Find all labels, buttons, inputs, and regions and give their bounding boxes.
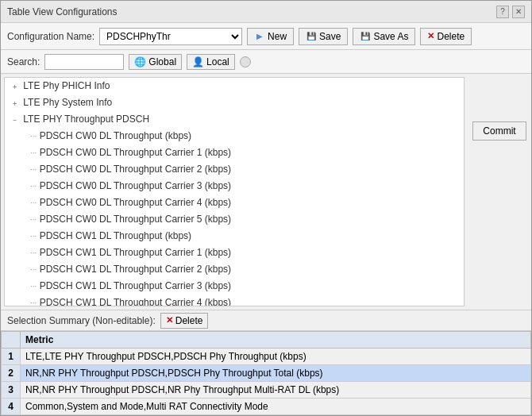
- metric-cell: LTE,LTE PHY Throughput PDSCH,PDSCH Phy T…: [21, 349, 531, 365]
- search-input[interactable]: [44, 54, 124, 70]
- tree-item[interactable]: ··· PDSCH CW0 DL Throughput (kbps): [5, 128, 464, 144]
- metric-cell: NR,NR PHY Throughput PDSCH,PDSCH Phy Thr…: [21, 365, 531, 382]
- tree-item[interactable]: ··· PDSCH CW0 DL Throughput Carrier 2 (k…: [5, 161, 464, 178]
- row-number: 4: [2, 399, 21, 415]
- col-header-num: [2, 332, 21, 349]
- tree-item[interactable]: ··· PDSCH CW1 DL Throughput Carrier 4 (k…: [5, 295, 464, 306]
- tree-item[interactable]: ＋ LTE Phy System Info: [5, 94, 464, 111]
- metrics-table: Metric 1LTE,LTE PHY Throughput PDSCH,PDS…: [1, 331, 531, 415]
- saveas-icon: 💾: [360, 31, 371, 42]
- tree-item[interactable]: － LTE PHY Throughput PDSCH: [5, 111, 464, 128]
- col-header-metric: Metric: [21, 332, 531, 349]
- table-row[interactable]: 1LTE,LTE PHY Throughput PDSCH,PDSCH Phy …: [2, 349, 531, 365]
- commit-button[interactable]: Commit: [472, 121, 526, 141]
- tree-item[interactable]: ··· PDSCH CW1 DL Throughput Carrier 2 (k…: [5, 261, 464, 278]
- content-area: ＋ LTE Phy PHICH Info ＋ LTE Phy System In…: [1, 74, 531, 310]
- title-controls: ? ✕: [496, 6, 525, 18]
- table-row[interactable]: 4Common,System and Mode,Multi RAT Connec…: [2, 399, 531, 415]
- delete-icon: ✕: [427, 31, 434, 41]
- tree-item[interactable]: ··· PDSCH CW1 DL Throughput Carrier 3 (k…: [5, 278, 464, 295]
- title-bar: Table View Configurations ? ✕: [1, 1, 531, 23]
- selection-summary-label: Selection Summary (Non-editable):: [7, 315, 156, 326]
- tree-panel[interactable]: ＋ LTE Phy PHICH Info ＋ LTE Phy System In…: [4, 77, 465, 306]
- tree-item[interactable]: ··· PDSCH CW0 DL Throughput Carrier 3 (k…: [5, 178, 464, 195]
- right-panel: Commit: [468, 74, 531, 310]
- bottom-section: Selection Summary (Non-editable): ✕ Dele…: [1, 310, 531, 415]
- tree-item[interactable]: ··· PDSCH CW0 DL Throughput Carrier 1 (k…: [5, 144, 464, 161]
- tree-item[interactable]: ＋ LTE Phy PHICH Info: [5, 78, 464, 94]
- search-radio[interactable]: [240, 56, 251, 67]
- delete-button[interactable]: ✕ Delete: [420, 28, 472, 45]
- new-button[interactable]: ▶ New: [247, 28, 294, 45]
- search-bar: Search: 🌐 Global 👤 Local: [1, 50, 531, 74]
- tree-item[interactable]: ··· PDSCH CW0 DL Throughput Carrier 4 (k…: [5, 195, 464, 211]
- local-icon: 👤: [192, 56, 204, 67]
- globe-icon: 🌐: [134, 56, 146, 67]
- tree-item[interactable]: ··· PDSCH CW1 DL Throughput Carrier 1 (k…: [5, 245, 464, 261]
- new-icon: ▶: [254, 31, 265, 42]
- main-window: Table View Configurations ? ✕ Configurat…: [0, 0, 532, 416]
- row-number: 2: [2, 365, 21, 382]
- summary-delete-button[interactable]: ✕ Delete: [160, 313, 209, 329]
- expand-icon: ＋: [11, 79, 21, 94]
- metric-cell: Common,System and Mode,Multi RAT Connect…: [21, 399, 531, 415]
- tree-item[interactable]: ··· PDSCH CW0 DL Throughput Carrier 5 (k…: [5, 211, 464, 228]
- summary-delete-icon: ✕: [166, 315, 173, 325]
- save-icon: 💾: [306, 31, 317, 42]
- local-search-button[interactable]: 👤 Local: [187, 54, 235, 70]
- expand-icon: －: [11, 113, 21, 127]
- toolbar: Configuration Name: PDSCHPhyThr ▶ New 💾 …: [1, 23, 531, 50]
- save-button[interactable]: 💾 Save: [299, 28, 348, 45]
- window-title: Table View Configurations: [7, 6, 118, 17]
- metric-cell: NR,NR PHY Throughput PDSCH,NR Phy Throug…: [21, 382, 531, 399]
- global-search-button[interactable]: 🌐 Global: [129, 54, 182, 70]
- search-label: Search:: [7, 56, 40, 67]
- close-button[interactable]: ✕: [512, 6, 525, 18]
- row-number: 3: [2, 382, 21, 399]
- row-number: 1: [2, 349, 21, 365]
- config-name-label: Configuration Name:: [7, 31, 94, 42]
- table-row[interactable]: 2NR,NR PHY Throughput PDSCH,PDSCH Phy Th…: [2, 365, 531, 382]
- selection-summary-bar: Selection Summary (Non-editable): ✕ Dele…: [1, 310, 531, 331]
- config-name-select[interactable]: PDSCHPhyThr: [99, 28, 242, 45]
- saveas-button[interactable]: 💾 Save As: [353, 28, 415, 45]
- help-button[interactable]: ?: [496, 6, 509, 18]
- tree-item[interactable]: ··· PDSCH CW1 DL Throughput (kbps): [5, 228, 464, 245]
- expand-icon: ＋: [11, 96, 21, 110]
- table-row[interactable]: 3NR,NR PHY Throughput PDSCH,NR Phy Throu…: [2, 382, 531, 399]
